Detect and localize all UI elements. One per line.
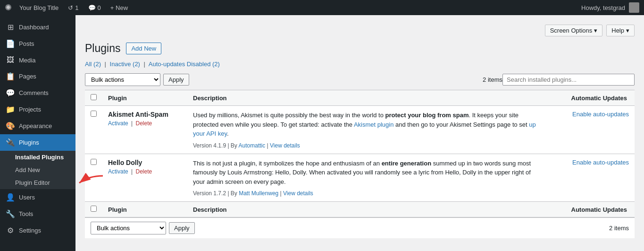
select-all-header [85,90,102,106]
sidebar-item-tools[interactable]: 🔧 Tools [0,206,75,222]
sidebar: ⊞ Dashboard 📄 Posts 🖼 Media 📋 Pages 💬 Co… [0,15,75,251]
plugin-column-header: Plugin [102,90,187,106]
bulk-actions-select-bottom[interactable]: Bulk actions [91,222,166,234]
main-content: Screen Options ▾ Help ▾ Plugins Add New … [75,15,644,251]
author-akismet-link[interactable]: Automattic [239,142,266,149]
help-button[interactable]: Help ▾ [606,25,635,36]
sidebar-label-pages: Pages [19,73,36,80]
sidebar-item-appearance[interactable]: 🎨 Appearance [0,118,75,134]
enable-auto-updates-akismet-link[interactable]: Enable auto-updates [572,111,629,118]
sidebar-item-comments[interactable]: 💬 Comments [0,85,75,101]
bulk-actions-select-top[interactable]: Bulk actions [85,73,160,86]
plugin-actions-hello-dolly: Activate | Delete [108,168,182,175]
apply-button-top[interactable]: Apply [163,74,189,86]
plugin-name-cell-akismet: Akismet Anti-Spam Activate | Delete [102,106,187,154]
page-title: Plugins [85,42,120,55]
auto-updates-cell-akismet: Enable auto-updates [550,106,635,154]
items-count-bottom: 2 items [609,225,629,232]
author-hello-dolly-link[interactable]: Matt Mullenweg [239,190,278,197]
appearance-icon: 🎨 [6,121,15,130]
sidebar-label-tools: Tools [19,210,33,217]
pages-icon: 📋 [6,72,15,81]
sidebar-sub-plugin-editor[interactable]: Plugin Editor [0,176,75,189]
sidebar-item-pages[interactable]: 📋 Pages [0,68,75,85]
sidebar-item-plugins[interactable]: 🔌 Plugins [0,134,75,151]
sidebar-item-projects[interactable]: 📁 Projects [0,101,75,118]
plugin-meta-hello-dolly: Version 1.7.2 | By Matt Mullenweg | View… [193,190,544,197]
bottom-toolbar: Bulk actions Apply 2 items [85,217,635,238]
plugin-description-hello-dolly: This is not just a plugin, it symbolizes… [193,159,544,187]
top-actions: Screen Options ▾ Help ▾ [85,25,635,36]
new-content-link[interactable]: + New [109,4,130,11]
sidebar-item-media[interactable]: 🖼 Media [0,52,75,68]
sidebar-label-posts: Posts [19,40,34,47]
tools-icon: 🔧 [6,209,15,218]
table-header-row: Plugin Description Automatic Updates [85,90,635,106]
plugin-footer-header: Plugin [102,202,187,217]
dashboard-icon: ⊞ [6,23,15,32]
top-toolbar: Bulk actions Apply 2 items [85,73,635,86]
chevron-down-icon-help: ▾ [626,27,629,34]
select-all-checkbox-bottom[interactable] [91,206,97,212]
view-details-hello-dolly-link[interactable]: View details [283,190,313,197]
sidebar-item-posts[interactable]: 📄 Posts [0,35,75,52]
auto-updates-footer-header: Automatic Updates [550,202,635,217]
description-column-header: Description [187,90,550,106]
screen-options-button[interactable]: Screen Options ▾ [545,25,603,36]
auto-updates-column-header: Automatic Updates [550,90,635,106]
search-plugins-input[interactable] [502,74,635,86]
plugins-submenu: Installed Plugins Add New Plugin Editor [0,151,75,189]
sidebar-label-media: Media [19,57,35,64]
add-new-button[interactable]: Add New [126,43,161,54]
plugin-name-akismet: Akismet Anti-Spam [108,111,182,118]
users-icon: 👤 [6,193,15,202]
posts-icon: 📄 [6,39,15,48]
activate-hello-dolly-link[interactable]: Activate [108,168,128,175]
arrow-overlay [70,171,108,191]
plugin-description-akismet: Used by millions, Akismet is quite possi… [193,111,544,138]
table-row: Hello Dolly Activate | Delete This is no… [85,154,635,202]
comments-icon: 💬 [88,4,96,11]
sidebar-label-projects: Projects [19,106,41,113]
filter-inactive[interactable]: Inactive (2) [110,61,140,68]
akismet-link[interactable]: Akismet plugin [354,121,394,128]
projects-icon: 📁 [6,105,15,114]
delete-hello-dolly-link[interactable]: Delete [136,168,152,175]
plugin-desc-cell-akismet: Used by millions, Akismet is quite possi… [187,106,550,154]
plugin-name-hello-dolly: Hello Dolly [108,159,182,166]
settings-icon: ⚙ [6,226,15,235]
plugin-checkbox-cell [85,106,102,154]
view-details-akismet-link[interactable]: View details [270,142,300,149]
select-all-checkbox[interactable] [91,94,97,100]
media-icon: 🖼 [6,56,15,64]
plugin-checkbox-akismet[interactable] [91,111,97,117]
sidebar-sub-installed-plugins[interactable]: Installed Plugins [0,151,75,164]
revisions-icon: ↺ [68,4,73,11]
filter-all[interactable]: All (2) [85,61,101,68]
activate-akismet-link[interactable]: Activate [108,120,128,127]
delete-akismet-link[interactable]: Delete [136,120,152,127]
plugins-icon: 🔌 [6,138,15,147]
plugin-meta-akismet: Version 4.1.9 | By Automattic | View det… [193,142,544,149]
blog-title-link[interactable]: Your Blog Title [17,4,60,11]
filter-auto-updates-disabled[interactable]: Auto-updates Disabled (2) [149,61,220,68]
select-all-footer [85,202,102,217]
avatar[interactable] [629,2,639,13]
plugin-checkbox-hello-dolly[interactable] [91,159,97,165]
enable-auto-updates-hello-dolly-link[interactable]: Enable auto-updates [572,159,629,166]
sidebar-item-users[interactable]: 👤 Users [0,189,75,206]
sidebar-label-settings: Settings [19,227,41,234]
table-row: Akismet Anti-Spam Activate | Delete Used… [85,106,635,154]
sidebar-item-dashboard[interactable]: ⊞ Dashboard [0,19,75,35]
comments-link[interactable]: 💬 0 [86,4,103,11]
howdy-text: Howdy, testgrad [581,4,625,11]
revisions-link[interactable]: ↺ 1 [66,4,80,11]
wp-logo-icon[interactable]: ✺ [5,2,12,13]
apply-button-bottom[interactable]: Apply [169,222,195,234]
sidebar-sub-add-new[interactable]: Add New [0,164,75,176]
arrow-icon [70,171,108,190]
sidebar-item-settings[interactable]: ⚙ Settings [0,222,75,239]
sidebar-label-comments: Comments [19,89,49,96]
sidebar-label-dashboard: Dashboard [19,24,49,31]
sidebar-label-appearance: Appearance [19,122,52,130]
